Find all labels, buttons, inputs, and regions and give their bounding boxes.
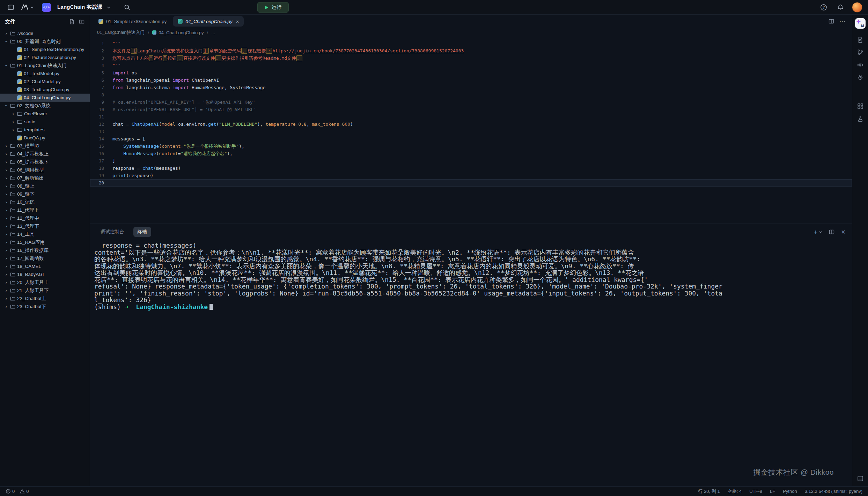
terminal[interactable]: response = chat(messages)content='以下是一些适… — [90, 240, 852, 486]
python-file-icon — [17, 136, 22, 140]
tree-item[interactable]: › 01_TextModel.py — [0, 70, 90, 78]
chevron-icon: › — [4, 159, 8, 165]
tree-item[interactable]: › 21_人脉工具下 — [0, 286, 90, 294]
breadcrumb-item[interactable]: 04_ChatLongChain.py — [145, 30, 204, 35]
tree-item[interactable]: › 12_代理中 — [0, 214, 90, 222]
chevron-icon: › — [4, 248, 8, 253]
extensions-icon[interactable] — [857, 103, 864, 110]
tree-item[interactable]: › 14_工具 — [0, 230, 90, 238]
breadcrumb-item[interactable]: ... — [204, 30, 215, 35]
tree-item[interactable]: › 01_LangChain快速入门 — [0, 61, 90, 70]
play-icon — [265, 5, 269, 10]
search-icon[interactable] — [122, 2, 132, 13]
tree-item[interactable]: › 06_调用模型 — [0, 166, 90, 174]
folder-icon — [10, 272, 15, 277]
python-file-icon — [17, 55, 22, 60]
status-item[interactable]: 行 20, 列 1 — [698, 488, 720, 495]
errors-indicator[interactable]: 0 — [6, 489, 15, 494]
status-item[interactable]: LF — [770, 489, 775, 494]
editor-tab[interactable]: 04_ChatLongChain.py × — [173, 16, 244, 27]
tree-item[interactable]: › 02_文档QA系统 — [0, 102, 90, 110]
explorer-header: 文件 — [0, 15, 90, 29]
new-terminal-icon[interactable]: + — [814, 229, 822, 235]
top-bar: </> LangChain 实战课 运行 ? — [0, 0, 868, 15]
tree-item-label: 11_代理上 — [17, 207, 39, 213]
tree-item-label: 01_LangChain快速入门 — [17, 63, 67, 69]
tree-item[interactable]: › 11_代理上 — [0, 206, 90, 214]
chevron-icon: › — [4, 64, 9, 68]
tree-item[interactable]: › DocQA.py — [0, 134, 90, 142]
chevron-icon: › — [4, 232, 8, 237]
panel-layout-icon[interactable] — [857, 475, 864, 482]
tree-item[interactable]: › 01_SimpleTextGeneration.py — [0, 45, 90, 53]
tree-item[interactable]: › 19_BabyAGI — [0, 270, 90, 278]
tree-item[interactable]: › 23_Chatbot下 — [0, 302, 90, 311]
split-terminal-icon[interactable] — [829, 229, 835, 235]
tree-item[interactable]: › 18_CAMEL — [0, 262, 90, 270]
tree-item[interactable]: › 02_PictureDescription.py — [0, 53, 90, 61]
sidebar-toggle-icon[interactable] — [6, 2, 16, 13]
tree-item[interactable]: › 22_Chatbot上 — [0, 294, 90, 302]
status-item[interactable]: Python — [783, 489, 797, 494]
tree-item[interactable]: › 10_记忆 — [0, 198, 90, 206]
panel-tab[interactable]: 调试控制台 — [96, 227, 128, 237]
tree-item[interactable]: › 00_开篇词_奇点时刻 — [0, 37, 90, 45]
tree-item[interactable]: › 17_回调函数 — [0, 254, 90, 262]
status-item[interactable]: UTF-8 — [749, 489, 762, 494]
folder-icon — [10, 280, 15, 285]
new-file-icon[interactable] — [69, 19, 75, 25]
breadcrumb-item[interactable]: 01_LangChain快速入门 — [97, 29, 145, 36]
status-item[interactable]: 空格: 4 — [728, 488, 742, 495]
status-item[interactable]: 3.12.2 64-bit ('shims': pyenv) — [805, 489, 862, 494]
tree-item[interactable]: › 03_模型IO — [0, 142, 90, 150]
python-file-icon — [178, 19, 183, 24]
close-tab-icon[interactable]: × — [236, 19, 239, 24]
tree-item[interactable]: › 16_操作数据库 — [0, 246, 90, 254]
tree-item[interactable]: › 03_TextLangChain.py — [0, 86, 90, 94]
file-tree: › .vscode › 00_开篇词_奇点时刻 — [0, 29, 90, 486]
notifications-bell-icon[interactable] — [835, 2, 846, 13]
chevron-icon: › — [4, 167, 8, 173]
close-panel-icon[interactable]: ✕ — [841, 229, 846, 235]
tree-item-label: 02_ChatModel.py — [24, 79, 61, 84]
run-button[interactable]: 运行 — [257, 2, 289, 13]
user-avatar[interactable] — [852, 2, 862, 13]
debug-icon[interactable] — [857, 74, 864, 81]
more-actions-icon[interactable]: ⋯ — [839, 18, 846, 25]
right-toolbar: AI — [852, 15, 868, 486]
chevron-icon: › — [4, 207, 8, 213]
tests-flask-icon[interactable] — [857, 115, 864, 122]
file-search-icon[interactable] — [857, 36, 864, 43]
warnings-indicator[interactable]: 0 — [20, 489, 29, 494]
tree-item[interactable]: › 13_代理下 — [0, 222, 90, 230]
folder-icon — [10, 200, 15, 204]
editor-tab[interactable]: 01_SimpleTextGeneration.py × — [94, 16, 171, 27]
app-logo[interactable] — [20, 2, 36, 13]
workspace-chevron-icon[interactable] — [106, 5, 111, 9]
tree-item[interactable]: › static — [0, 118, 90, 126]
ai-assistant-icon[interactable]: AI — [855, 18, 866, 29]
tree-item[interactable]: › 02_ChatModel.py — [0, 78, 90, 86]
watermark: 掘金技术社区 @ Dikkoo — [753, 467, 834, 477]
panel-tab[interactable]: 终端 — [133, 227, 151, 237]
preview-eye-icon[interactable] — [857, 61, 864, 68]
folder-icon — [10, 224, 15, 228]
tree-item[interactable]: › OneFlower — [0, 110, 90, 118]
tree-item[interactable]: › 08_链上 — [0, 182, 90, 190]
new-folder-icon[interactable] — [79, 19, 85, 25]
tree-item[interactable]: › 20_人脉工具上 — [0, 278, 90, 286]
tree-item-label: 05_提示模板下 — [17, 159, 49, 165]
split-editor-icon[interactable] — [828, 18, 834, 24]
tree-item[interactable]: › templates — [0, 126, 90, 134]
source-control-icon[interactable] — [857, 49, 864, 56]
tree-item[interactable]: › 09_链下 — [0, 190, 90, 198]
code-editor[interactable]: 1"""2本文件是【LangChain系统安装和快速入门】章节的配套代码。课程链… — [90, 37, 852, 224]
tree-item[interactable]: › 04_ChatLongChain.py — [0, 94, 90, 102]
help-icon[interactable]: ? — [818, 2, 829, 13]
tree-item[interactable]: › 07_解析输出 — [0, 174, 90, 182]
tree-item[interactable]: › .vscode — [0, 29, 90, 37]
tree-item[interactable]: › 04_提示模板上 — [0, 150, 90, 158]
tree-item[interactable]: › 15_RAG应用 — [0, 238, 90, 246]
tree-item-label: 19_BabyAGI — [17, 272, 44, 277]
tree-item[interactable]: › 05_提示模板下 — [0, 158, 90, 166]
